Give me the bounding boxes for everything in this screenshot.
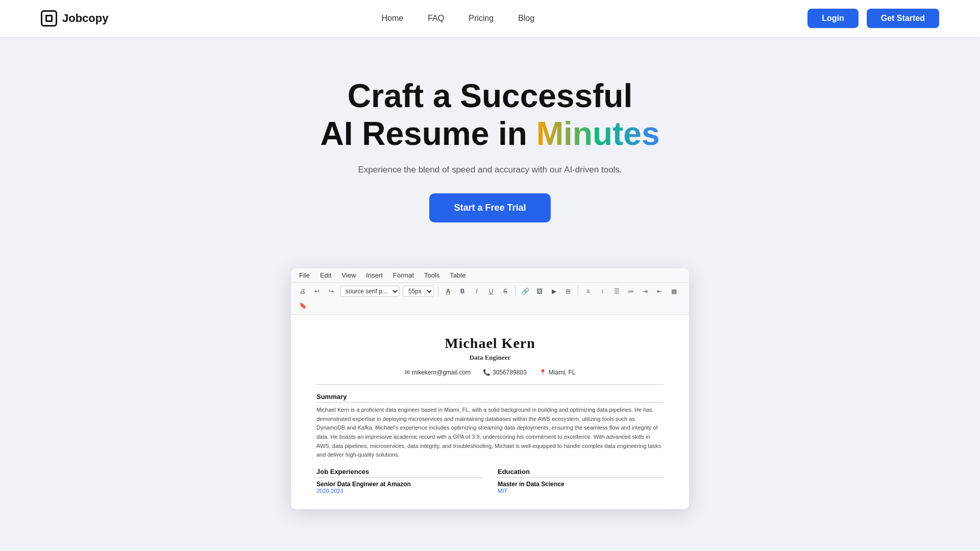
link-icon[interactable]: 🔗 [520,286,531,297]
menu-view[interactable]: View [341,271,356,279]
login-button[interactable]: Login [807,9,859,28]
logo-link[interactable]: Jobcopy [41,10,108,27]
strikethrough-icon[interactable]: S [500,286,511,297]
undo-icon[interactable]: ↩ [311,286,323,297]
menu-tools[interactable]: Tools [424,271,439,279]
edu-title: Education [498,468,664,478]
outdent-icon[interactable]: ⇤ [654,286,665,297]
nav-pricing[interactable]: Pricing [469,14,494,22]
toolbar-sep-3 [578,286,578,296]
print-icon[interactable]: 🖨 [297,286,308,297]
line-height-icon[interactable]: ↕ [597,286,608,297]
hero-title-minutes: Minutes [536,115,660,152]
resume-document: Michael Kern Data Engineer ✉ mikekern@gm… [291,315,689,509]
summary-text: Michael Kern is a proficient data engine… [316,406,664,460]
bold-icon[interactable]: B [457,286,468,297]
resume-divider [316,384,664,385]
hero-title-prefix: AI Resume in [321,115,536,152]
nav-actions: Login Get Started [807,9,939,28]
education-col: Education Master in Data Science MIT [498,468,664,494]
phone-icon: 📞 [483,369,491,376]
editor-preview: File Edit View Insert Format Tools Table… [291,268,689,509]
resume-contact: ✉ mikekern@gmail.com 📞 3056789803 📍 Miam… [316,369,664,376]
block-icon[interactable]: ▦ [668,286,679,297]
ol-icon[interactable]: ≔ [625,286,636,297]
size-select[interactable]: 55px [403,286,434,297]
job-experience-col: Job Experiences Senior Data Engineer at … [316,468,482,494]
contact-phone: 📞 3056789803 [483,369,527,376]
brand-name: Jobcopy [62,12,108,25]
hero-title: Craft a Successful AI Resume in Minutes [20,78,960,153]
job1-title: Senior Data Engineer at Amazon [316,481,482,488]
hero-title-line2: AI Resume in Minutes [20,115,960,153]
edu1-school: MIT [498,488,664,494]
video-icon[interactable]: ▶ [548,286,559,297]
summary-section-title: Summary [316,393,664,403]
redo-icon[interactable]: ↪ [326,286,337,297]
font-color-icon[interactable]: A [443,286,454,297]
toolbar-sep-1 [438,286,438,296]
location-icon: 📍 [539,369,547,376]
menu-file[interactable]: File [299,271,310,279]
editor-toolbar: 🖨 ↩ ↪ source serif p... 55px A B I U S 🔗… [291,283,689,315]
nav-blog[interactable]: Blog [518,14,534,22]
nav-links: Home FAQ Pricing Blog [382,14,535,23]
logo-icon-inner [45,15,53,22]
contact-email: ✉ mikekern@gmail.com [405,369,471,376]
menu-insert[interactable]: Insert [366,271,383,279]
ul-icon[interactable]: ☰ [611,286,622,297]
editor-menubar: File Edit View Insert Format Tools Table [291,268,689,283]
nav-faq[interactable]: FAQ [428,14,444,22]
hero-section: Craft a Successful AI Resume in Minutes … [0,37,980,248]
menu-table[interactable]: Table [450,271,465,279]
nav-home[interactable]: Home [382,14,404,22]
bookmark-icon[interactable]: 🔖 [297,300,308,311]
hero-subtitle: Experience the blend of speed and accura… [20,165,960,175]
image-icon[interactable]: 🖼 [534,286,545,297]
navbar: Jobcopy Home FAQ Pricing Blog Login Get … [0,0,980,37]
italic-icon[interactable]: I [471,286,482,297]
menu-edit[interactable]: Edit [320,271,331,279]
email-icon: ✉ [405,369,410,376]
font-select[interactable]: source serif p... [340,286,400,297]
logo-icon [41,10,57,27]
job-exp-title: Job Experiences [316,468,482,478]
toolbar-sep-2 [515,286,516,296]
resume-job-title-header: Data Engineer [316,354,664,362]
resume-two-col: Job Experiences Senior Data Engineer at … [316,468,664,494]
hero-title-line1: Craft a Successful [20,78,960,115]
job1-date: 2020-2023 [316,488,482,494]
contact-location: 📍 Miami, FL [539,369,576,376]
resume-name: Michael Kern [316,335,664,352]
indent-icon[interactable]: ⇥ [640,286,651,297]
table-icon[interactable]: ⊞ [562,286,574,297]
underline-icon[interactable]: U [485,286,497,297]
trial-button[interactable]: Start a Free Trial [429,193,550,222]
get-started-button[interactable]: Get Started [867,9,939,28]
menu-format[interactable]: Format [393,271,414,279]
edu1-degree: Master in Data Science [498,481,664,488]
align-icon[interactable]: ≡ [582,286,594,297]
